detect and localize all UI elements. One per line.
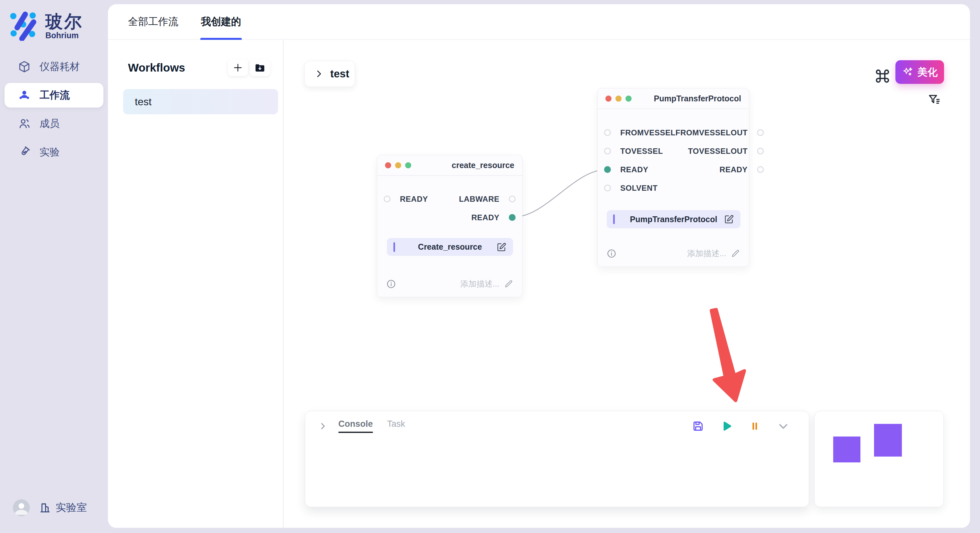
beautify-button[interactable]: 美化	[896, 60, 944, 84]
sidebar-item-label: 工作流	[40, 89, 70, 102]
traffic-dots-icon	[605, 95, 632, 102]
tab-created-by-me[interactable]: 我创建的	[201, 4, 241, 39]
filter-button[interactable]	[926, 92, 942, 107]
bohrium-logo-icon	[10, 11, 40, 41]
edit-icon[interactable]	[496, 242, 506, 252]
accent-bar	[393, 242, 395, 252]
brand-name-zh: 玻尔	[45, 12, 83, 31]
brand-logo[interactable]: 玻尔 Bohrium	[10, 11, 83, 41]
node-action-button[interactable]: Create_resource	[387, 238, 513, 256]
minimap-node	[833, 436, 861, 462]
beautify-label: 美化	[918, 65, 937, 79]
tab-all-workflows[interactable]: 全部工作流	[128, 4, 178, 39]
brand-name-en: Bohrium	[45, 31, 83, 40]
info-icon[interactable]	[606, 248, 617, 259]
sidebar-item-label: 成员	[40, 117, 60, 130]
port-in-ready[interactable]: READY	[377, 190, 428, 208]
console-expand-button[interactable]	[318, 422, 331, 431]
port-dot[interactable]	[604, 129, 611, 136]
breadcrumb-label: test	[330, 68, 349, 80]
workflows-title: Workflows	[128, 61, 185, 74]
building-icon	[39, 501, 51, 514]
sparkles-icon	[902, 67, 913, 78]
workflow-tabbar: 全部工作流 我创建的	[108, 4, 970, 40]
info-icon[interactable]	[386, 279, 396, 289]
port-dot[interactable]	[604, 185, 611, 191]
sidebar-item-workflow[interactable]: 工作流	[5, 83, 103, 108]
sidebar-nav: 仪器耗材 工作流 成员	[0, 52, 108, 167]
node-pump-transfer-protocol[interactable]: PumpTransferProtocol FROMVESSEL TOVESSEL…	[597, 88, 749, 267]
port-in-tovessel[interactable]: TOVESSEL	[598, 142, 675, 160]
workflow-item-name: test	[135, 96, 152, 108]
port-in-fromvessel[interactable]: FROMVESSEL	[598, 124, 675, 142]
port-dot[interactable]	[757, 148, 764, 154]
pencil-icon	[731, 249, 740, 258]
sidebar: 玻尔 Bohrium 仪器耗材 工作流	[0, 0, 108, 533]
port-in-ready[interactable]: READY	[598, 160, 675, 179]
save-button[interactable]	[692, 420, 705, 433]
play-icon	[720, 420, 733, 433]
workflow-list-panel: Workflows	[108, 40, 283, 528]
pause-button[interactable]	[749, 420, 761, 432]
traffic-dots-icon	[385, 162, 411, 168]
tab-console[interactable]: Console	[338, 419, 373, 433]
port-out-fromvesselout[interactable]: FROMVESSELOUT	[675, 124, 770, 142]
run-button[interactable]	[720, 420, 733, 433]
pencil-icon	[504, 279, 513, 289]
console-collapse-button[interactable]	[776, 419, 790, 433]
avatar[interactable]	[13, 499, 30, 516]
sidebar-item-label: 仪器耗材	[40, 60, 80, 73]
filter-icon	[927, 93, 941, 106]
import-workflow-button[interactable]	[250, 59, 270, 76]
sidebar-item-instruments[interactable]: 仪器耗材	[5, 52, 103, 81]
sidebar-item-experiments[interactable]: 实验	[5, 138, 103, 167]
port-in-solvent[interactable]: SOLVENT	[598, 179, 675, 197]
sidebar-item-label: 实验	[40, 145, 60, 159]
node-title: create_resource	[452, 160, 514, 170]
minimap[interactable]	[815, 411, 944, 507]
chevron-down-icon	[776, 419, 790, 433]
lab-switcher[interactable]: 实验室	[39, 501, 87, 515]
port-out-ready[interactable]: READY	[459, 208, 522, 227]
port-dot[interactable]	[757, 166, 764, 173]
tab-task[interactable]: Task	[387, 419, 406, 433]
minimap-node	[874, 424, 902, 457]
command-icon	[873, 67, 892, 86]
package-icon	[18, 60, 31, 73]
port-out-ready[interactable]: READY	[675, 160, 770, 179]
edit-icon[interactable]	[724, 214, 734, 224]
add-workflow-button[interactable]	[228, 59, 248, 76]
members-icon	[18, 117, 31, 130]
port-dot-connected[interactable]	[604, 166, 611, 173]
port-dot-connected[interactable]	[509, 214, 515, 221]
plus-icon	[232, 62, 244, 73]
port-dot[interactable]	[604, 148, 611, 154]
port-dot[interactable]	[384, 195, 390, 202]
pause-icon	[749, 420, 761, 432]
testtube-icon	[18, 145, 31, 159]
node-action-button[interactable]: PumpTransferProtocol	[607, 210, 740, 228]
chevron-right-icon	[314, 69, 324, 79]
add-description[interactable]: 添加描述...	[460, 279, 513, 289]
sidebar-footer: 实验室	[13, 499, 87, 516]
add-description[interactable]: 添加描述...	[687, 248, 740, 259]
port-out-labware[interactable]: LABWARE	[459, 190, 522, 208]
workflow-list-item-test[interactable]: test	[123, 89, 278, 114]
console-panel: Console Task	[305, 411, 809, 507]
team-icon	[18, 89, 31, 102]
port-dot[interactable]	[757, 129, 764, 136]
accent-bar	[613, 214, 615, 224]
port-out-tovesselout[interactable]: TOVESSELOUT	[675, 142, 770, 160]
shortcut-keys-button[interactable]	[872, 66, 893, 86]
lab-label: 实验室	[56, 501, 87, 515]
port-dot[interactable]	[509, 195, 515, 202]
folder-download-icon	[254, 62, 266, 73]
node-create-resource[interactable]: create_resource READY LABWARE READY	[377, 155, 522, 297]
node-header: create_resource	[377, 155, 522, 176]
node-title: PumpTransferProtocol	[654, 94, 741, 103]
save-icon	[692, 420, 705, 433]
content-panel: 全部工作流 我创建的 Workflows	[108, 4, 970, 528]
sidebar-item-members[interactable]: 成员	[5, 109, 103, 138]
breadcrumb-chip[interactable]: test	[305, 61, 355, 87]
node-header: PumpTransferProtocol	[598, 89, 749, 109]
